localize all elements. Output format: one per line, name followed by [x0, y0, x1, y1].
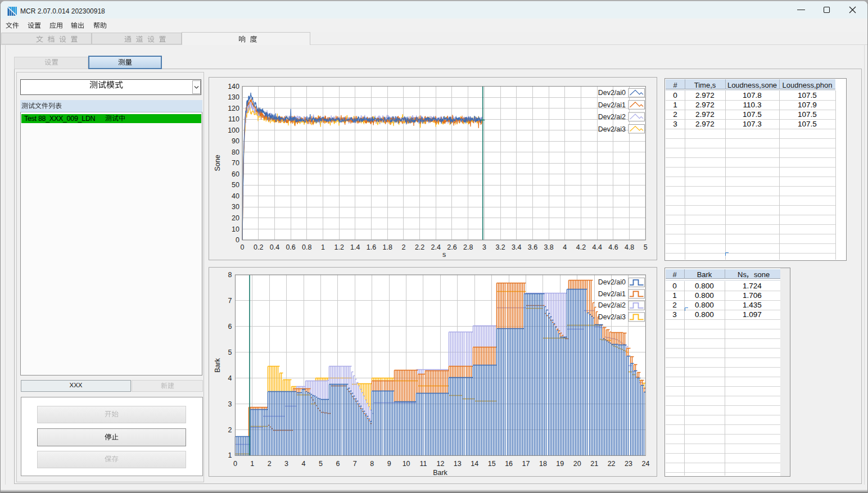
svg-text:4.8: 4.8	[625, 243, 634, 251]
svg-text:21: 21	[590, 460, 598, 468]
svg-text:19: 19	[556, 460, 564, 468]
svg-text:70: 70	[232, 159, 239, 167]
svg-text:Bark: Bark	[433, 469, 447, 477]
svg-text:5: 5	[644, 243, 648, 251]
svg-text:0.8: 0.8	[302, 243, 311, 251]
svg-text:130: 130	[228, 93, 239, 101]
svg-text:11: 11	[420, 460, 427, 468]
svg-text:1.4: 1.4	[350, 243, 360, 251]
svg-text:50: 50	[232, 181, 239, 189]
svg-text:0: 0	[233, 460, 237, 468]
svg-text:5: 5	[319, 460, 323, 468]
svg-text:0: 0	[236, 236, 239, 244]
svg-text:22: 22	[608, 460, 616, 468]
svg-text:2: 2	[228, 426, 232, 434]
svg-text:16: 16	[505, 460, 513, 468]
svg-text:140: 140	[228, 83, 239, 91]
svg-text:2.4: 2.4	[431, 243, 441, 251]
svg-text:4: 4	[563, 243, 567, 251]
svg-text:2.8: 2.8	[463, 243, 473, 251]
svg-text:30: 30	[232, 203, 239, 211]
svg-text:Dev2/ai1: Dev2/ai1	[598, 290, 626, 298]
svg-text:2.6: 2.6	[447, 243, 456, 251]
svg-text:1: 1	[250, 460, 254, 468]
svg-text:100: 100	[228, 126, 239, 134]
svg-text:4: 4	[228, 374, 232, 382]
svg-text:Dev2/ai3: Dev2/ai3	[598, 313, 626, 321]
svg-text:7: 7	[353, 460, 357, 468]
svg-text:24: 24	[641, 460, 649, 468]
svg-text:3: 3	[228, 400, 232, 408]
svg-text:3.4: 3.4	[512, 243, 521, 251]
svg-text:2: 2	[401, 243, 405, 251]
svg-text:3.2: 3.2	[495, 243, 505, 251]
svg-text:2.2: 2.2	[415, 243, 424, 251]
svg-text:Bark: Bark	[214, 358, 221, 372]
svg-text:1.8: 1.8	[383, 243, 392, 251]
svg-text:60: 60	[232, 170, 239, 178]
svg-text:Dev2/ai2: Dev2/ai2	[598, 301, 626, 309]
svg-text:1: 1	[321, 243, 325, 251]
svg-text:4.2: 4.2	[576, 243, 586, 251]
svg-text:Dev2/ai3: Dev2/ai3	[598, 125, 626, 133]
svg-text:7: 7	[228, 297, 232, 305]
svg-text:1.6: 1.6	[367, 243, 376, 251]
svg-text:8: 8	[228, 271, 232, 279]
svg-text:3.6: 3.6	[528, 243, 537, 251]
svg-text:90: 90	[232, 137, 239, 145]
svg-text:20: 20	[232, 214, 239, 222]
svg-text:10: 10	[232, 225, 239, 233]
svg-text:3: 3	[284, 460, 288, 468]
svg-text:10: 10	[403, 460, 410, 468]
svg-text:23: 23	[625, 460, 632, 468]
svg-text:110: 110	[228, 115, 239, 123]
svg-text:9: 9	[387, 460, 391, 468]
svg-text:1.2: 1.2	[334, 243, 344, 251]
svg-text:0.4: 0.4	[270, 243, 279, 251]
svg-text:s: s	[442, 251, 446, 259]
svg-text:6: 6	[336, 460, 340, 468]
svg-text:Dev2/ai1: Dev2/ai1	[598, 101, 626, 109]
svg-text:18: 18	[539, 460, 547, 468]
svg-text:6: 6	[228, 323, 232, 331]
svg-text:17: 17	[522, 460, 530, 468]
svg-text:0: 0	[241, 243, 245, 251]
svg-text:Sone: Sone	[214, 155, 221, 171]
svg-text:2: 2	[268, 460, 272, 468]
svg-text:20: 20	[573, 460, 581, 468]
svg-text:15: 15	[488, 460, 496, 468]
svg-text:8: 8	[370, 460, 374, 468]
svg-text:0.6: 0.6	[286, 243, 295, 251]
svg-text:12: 12	[436, 460, 444, 468]
svg-text:13: 13	[454, 460, 462, 468]
svg-text:0.2: 0.2	[254, 243, 263, 251]
svg-text:120: 120	[228, 105, 239, 112]
svg-text:4.6: 4.6	[608, 243, 618, 251]
svg-text:40: 40	[232, 192, 239, 200]
svg-text:Dev2/ai0: Dev2/ai0	[598, 89, 626, 97]
svg-text:Dev2/ai2: Dev2/ai2	[598, 113, 626, 121]
svg-text:14: 14	[471, 460, 478, 468]
svg-text:1: 1	[228, 451, 232, 459]
svg-text:3: 3	[482, 243, 486, 251]
svg-text:5: 5	[228, 349, 232, 356]
svg-text:4: 4	[302, 460, 306, 468]
svg-text:4.4: 4.4	[593, 243, 602, 251]
svg-text:Dev2/ai0: Dev2/ai0	[598, 278, 626, 286]
svg-text:3.8: 3.8	[544, 243, 553, 251]
svg-text:80: 80	[232, 148, 239, 156]
